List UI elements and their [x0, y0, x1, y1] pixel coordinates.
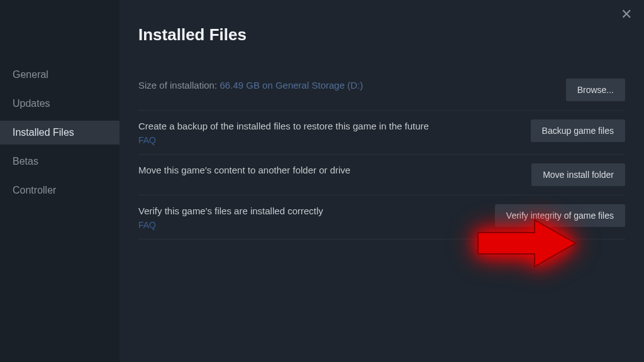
row-verify: Verify this game's files are installed c…	[138, 195, 625, 239]
verify-faq-link[interactable]: FAQ	[138, 220, 482, 230]
sidebar-item-installed-files[interactable]: Installed Files	[0, 121, 119, 145]
sidebar-item-general[interactable]: General	[0, 63, 119, 87]
row-size: Size of installation: 66.49 GB on Genera…	[138, 70, 625, 111]
close-icon[interactable]: ✕	[619, 8, 634, 23]
sidebar: General Updates Installed Files Betas Co…	[0, 0, 119, 362]
sidebar-item-controller[interactable]: Controller	[0, 178, 119, 202]
backup-faq-link[interactable]: FAQ	[138, 135, 518, 145]
row-size-text: Size of installation: 66.49 GB on Genera…	[138, 79, 566, 92]
row-move-text: Move this game's content to another fold…	[138, 163, 531, 177]
row-move: Move this game's content to another fold…	[138, 155, 625, 195]
main-panel: ✕ Installed Files Size of installation: …	[119, 0, 644, 362]
sidebar-item-betas[interactable]: Betas	[0, 150, 119, 173]
row-backup-text: Create a backup of the installed files t…	[138, 119, 531, 145]
browse-button[interactable]: Browse...	[566, 79, 625, 101]
move-install-folder-button[interactable]: Move install folder	[531, 163, 625, 186]
verify-desc: Verify this game's files are installed c…	[138, 204, 482, 217]
sidebar-item-updates[interactable]: Updates	[0, 92, 119, 116]
verify-integrity-button[interactable]: Verify integrity of game files	[495, 204, 625, 227]
row-backup: Create a backup of the installed files t…	[138, 111, 625, 155]
move-desc: Move this game's content to another fold…	[138, 163, 519, 177]
row-verify-text: Verify this game's files are installed c…	[138, 204, 495, 230]
backup-desc: Create a backup of the installed files t…	[138, 119, 518, 133]
size-value-link[interactable]: 66.49 GB on General Storage (D:)	[220, 80, 364, 90]
properties-window: General Updates Installed Files Betas Co…	[0, 0, 644, 362]
size-label: Size of installation:	[138, 80, 217, 90]
page-title: Installed Files	[138, 25, 625, 45]
backup-game-files-button[interactable]: Backup game files	[531, 119, 625, 142]
